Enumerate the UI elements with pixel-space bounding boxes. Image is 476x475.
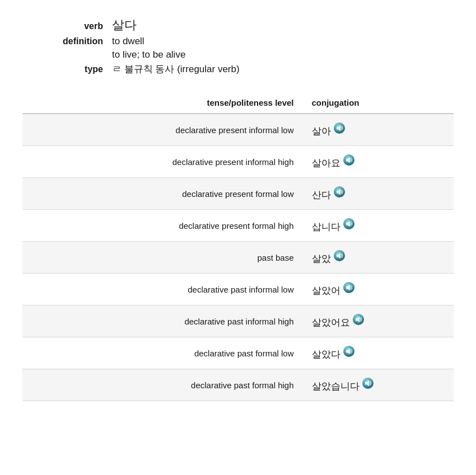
table-header-row: tense/politeness level conjugation bbox=[22, 92, 454, 114]
svg-rect-1 bbox=[337, 127, 338, 130]
definition-line-2: to live; to be alive bbox=[112, 49, 185, 60]
cell-conjugation: 살았어요 bbox=[303, 305, 454, 337]
definition-label: definition bbox=[22, 36, 112, 46]
cell-tense: declarative present informal low bbox=[22, 114, 303, 146]
svg-rect-16 bbox=[346, 286, 348, 289]
svg-rect-22 bbox=[346, 350, 348, 353]
table-row: declarative present informal high살아요 bbox=[22, 146, 454, 178]
cell-tense: declarative past formal low bbox=[22, 337, 303, 369]
cell-tense: declarative present formal high bbox=[22, 210, 303, 242]
cell-tense: declarative present informal high bbox=[22, 146, 303, 178]
speaker-icon[interactable] bbox=[362, 377, 374, 389]
speaker-icon[interactable] bbox=[333, 122, 346, 134]
verb-row: verb 살다 bbox=[22, 17, 454, 34]
col-tense-header: tense/politeness level bbox=[22, 92, 303, 114]
speaker-icon[interactable] bbox=[352, 313, 365, 326]
speaker-icon[interactable] bbox=[343, 345, 355, 358]
speaker-icon[interactable] bbox=[333, 186, 346, 198]
table-row: past base살았 bbox=[22, 242, 454, 274]
table-row: declarative past formal high살았습니다 bbox=[22, 369, 454, 401]
cell-conjugation: 산다 bbox=[303, 178, 454, 210]
svg-rect-13 bbox=[337, 255, 338, 257]
conjugation-table: tense/politeness level conjugation decla… bbox=[22, 92, 454, 401]
col-conjugation-header: conjugation bbox=[303, 92, 454, 114]
verb-value: 살다 bbox=[112, 17, 137, 34]
speaker-icon[interactable] bbox=[343, 218, 355, 230]
svg-rect-10 bbox=[346, 223, 348, 225]
table-row: declarative past formal low살았다 bbox=[22, 337, 454, 369]
cell-conjugation: 살았 bbox=[303, 242, 454, 274]
speaker-icon[interactable] bbox=[343, 154, 355, 166]
verb-label: verb bbox=[22, 21, 112, 31]
svg-rect-25 bbox=[365, 382, 367, 385]
table-row: declarative past informal high살았어요 bbox=[22, 305, 454, 337]
word-info: verb 살다 definition to dwell to live; to … bbox=[22, 17, 454, 76]
svg-rect-19 bbox=[356, 318, 357, 321]
cell-tense: declarative past informal low bbox=[22, 274, 303, 305]
speaker-icon[interactable] bbox=[343, 281, 355, 294]
type-row: type ㄹ 불규칙 동사 (irregular verb) bbox=[22, 63, 454, 76]
cell-tense: declarative past informal high bbox=[22, 305, 303, 337]
type-value: ㄹ 불규칙 동사 (irregular verb) bbox=[112, 63, 240, 76]
cell-conjugation: 삽니다 bbox=[303, 210, 454, 242]
cell-conjugation: 살았습니다 bbox=[303, 369, 454, 401]
table-row: declarative present formal high삽니다 bbox=[22, 210, 454, 242]
cell-conjugation: 살았다 bbox=[303, 337, 454, 369]
cell-conjugation: 살아 bbox=[303, 114, 454, 146]
table-row: declarative past informal low살았어 bbox=[22, 274, 454, 305]
cell-conjugation: 살아요 bbox=[303, 146, 454, 178]
definition-row-1: definition to dwell bbox=[22, 36, 454, 47]
cell-tense: declarative present formal low bbox=[22, 178, 303, 210]
cell-tense: declarative past formal high bbox=[22, 369, 303, 401]
definition-line-1: to dwell bbox=[112, 36, 144, 47]
cell-conjugation: 살았어 bbox=[303, 274, 454, 305]
definition-row-2: to live; to be alive bbox=[22, 49, 454, 60]
speaker-icon[interactable] bbox=[333, 250, 346, 262]
table-row: declarative present informal low살아 bbox=[22, 114, 454, 146]
svg-rect-7 bbox=[337, 191, 338, 194]
svg-rect-4 bbox=[346, 159, 348, 162]
table-row: declarative present formal low산다 bbox=[22, 178, 454, 210]
type-label: type bbox=[22, 64, 112, 74]
cell-tense: past base bbox=[22, 242, 303, 274]
